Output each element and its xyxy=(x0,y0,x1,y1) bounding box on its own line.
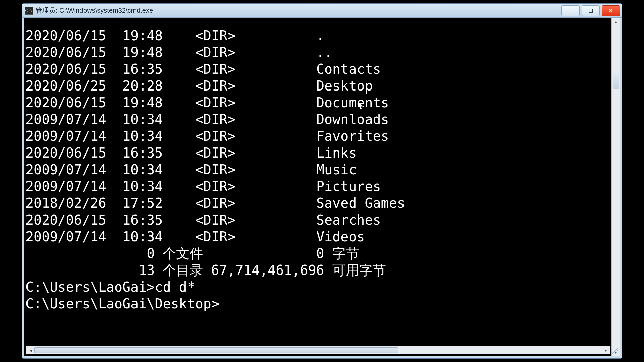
close-icon xyxy=(608,8,613,13)
titlebar[interactable]: C:\ 管理员: C:\Windows\system32\cmd.exe xyxy=(22,4,622,18)
vertical-scrollbar[interactable]: ▴ ▾ xyxy=(611,18,620,356)
horizontal-scroll-thumb[interactable] xyxy=(34,347,398,353)
window-title: 管理员: C:\Windows\system32\cmd.exe xyxy=(36,6,561,15)
vertical-scroll-track[interactable] xyxy=(612,26,620,348)
terminal-line: 2018/02/26 17:52 <DIR> Saved Games xyxy=(25,195,610,212)
window-controls xyxy=(561,5,620,16)
cmd-window: C:\ 管理员: C:\Windows\system32\cmd.exe 202… xyxy=(22,3,622,359)
terminal-line: 2009/07/14 10:34 <DIR> Videos xyxy=(25,228,610,245)
terminal-line: 2009/07/14 10:34 <DIR> Pictures xyxy=(25,178,610,195)
close-button[interactable] xyxy=(602,5,620,16)
scroll-right-arrow-icon[interactable]: ▸ xyxy=(602,346,610,354)
cmd-icon: C:\ xyxy=(25,7,33,15)
minimize-icon xyxy=(568,8,573,13)
terminal-line: 0 个文件 0 字节 xyxy=(25,245,610,262)
horizontal-scroll-track[interactable] xyxy=(34,346,602,354)
terminal-line: 2020/06/15 16:35 <DIR> Links xyxy=(25,144,610,161)
terminal-line: 13 个目录 67,714,461,696 可用字节 xyxy=(25,262,610,279)
terminal-output[interactable]: 2020/06/15 19:48 <DIR> .2020/06/15 19:48… xyxy=(24,18,611,356)
horizontal-scrollbar[interactable]: ◂ ▸ xyxy=(26,346,610,354)
minimize-button[interactable] xyxy=(561,5,580,16)
vertical-scroll-thumb[interactable] xyxy=(613,73,619,89)
terminal-line: 2020/06/15 19:48 <DIR> .. xyxy=(25,44,610,61)
scroll-up-arrow-icon[interactable]: ▴ xyxy=(612,18,620,26)
terminal-line: 2009/07/14 10:34 <DIR> Downloads xyxy=(25,111,610,128)
maximize-button[interactable] xyxy=(582,5,600,16)
client-area: 2020/06/15 19:48 <DIR> .2020/06/15 19:48… xyxy=(24,18,620,356)
terminal-line: 2020/06/15 16:35 <DIR> Contacts xyxy=(25,61,610,77)
resize-grip[interactable] xyxy=(610,346,618,354)
terminal-line: 2020/06/25 20:28 <DIR> Desktop xyxy=(25,77,610,94)
terminal-line: C:\Users\LaoGai>cd d* xyxy=(25,279,610,295)
svg-rect-0 xyxy=(569,12,572,12)
terminal-line: C:\Users\LaoGai\Desktop> xyxy=(25,295,610,312)
scroll-left-arrow-icon[interactable]: ◂ xyxy=(26,346,34,354)
terminal-line: 2009/07/14 10:34 <DIR> Music xyxy=(25,161,610,178)
terminal-line: 2020/06/15 19:48 <DIR> Documents xyxy=(25,94,610,111)
terminal-line: 2020/06/15 19:48 <DIR> . xyxy=(25,27,610,44)
svg-rect-1 xyxy=(589,9,592,12)
terminal-line: 2020/06/15 16:35 <DIR> Searches xyxy=(25,212,610,228)
maximize-icon xyxy=(588,8,593,13)
terminal-line: 2009/07/14 10:34 <DIR> Favorites xyxy=(25,128,610,144)
